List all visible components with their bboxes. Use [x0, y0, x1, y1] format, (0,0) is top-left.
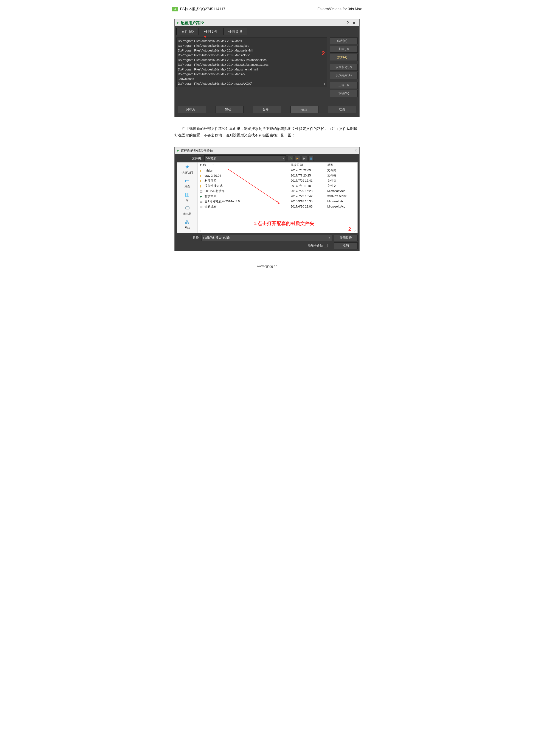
path-item[interactable]: D:\Program Files\Autodesk\3ds Max 2014\M…: [178, 39, 326, 43]
folder-icon: ▮: [200, 174, 204, 177]
close-icon[interactable]: ×: [351, 148, 357, 153]
file-row[interactable]: ▮mlabc 2017/7/4 22:09 文件夹: [198, 168, 357, 173]
use-path-button[interactable]: 使用路径: [334, 235, 358, 241]
forward-icon[interactable]: ▶: [302, 156, 307, 161]
move-down-button[interactable]: 下移(W): [330, 90, 358, 97]
up-folder-icon[interactable]: ▶: [295, 156, 300, 161]
scroll-right-icon[interactable]: >: [354, 229, 356, 232]
modify-button[interactable]: 修改(M)…: [330, 38, 358, 44]
annotation-2: 2: [321, 50, 325, 57]
path-item[interactable]: D:\Program Files\Autodesk\3ds Max 2014\M…: [178, 62, 326, 67]
file-type: 文件夹: [327, 174, 355, 177]
page-header: 4 FS技术服务QQ2745114117 Fstorm/Octane for 3…: [172, 7, 362, 13]
file-name: 材质图片: [205, 179, 216, 183]
file-row[interactable]: ▮材质图片 2017/7/29 15:41 文件夹: [198, 178, 357, 183]
network-icon: 🖧: [184, 219, 191, 226]
make-absolute-button[interactable]: 设为绝对(A): [330, 72, 358, 79]
file-list-header[interactable]: 名称˄ 修改日期 类型: [198, 162, 357, 168]
sidebar-network[interactable]: 🖧 网络: [177, 219, 197, 230]
tab-external-files[interactable]: 外部文件: [199, 28, 223, 35]
file-list: 名称˄ 修改日期 类型 ▮mlabc 2017/7/4 22:09 文件夹 ▮v…: [198, 162, 357, 233]
sub-path-label: 添加子路径: [308, 244, 323, 248]
file-row[interactable]: ▮vray 3.50.04 2017/7/7 20:25 文件夹: [198, 173, 357, 178]
file-name: vray 3.50.04: [205, 174, 221, 177]
cancel-button[interactable]: 取消: [328, 106, 356, 113]
file-name: 2017VR材质库: [205, 189, 225, 193]
make-relative-button[interactable]: 设为相对(R): [330, 64, 358, 71]
scroll-left-icon[interactable]: <: [199, 229, 201, 232]
annotation-text-1: 1.点击打开配套的材质文件夹: [254, 220, 314, 227]
path-item[interactable]: D:\Program Files\Autodesk\3ds Max 2014\m…: [178, 81, 326, 86]
sidebar-library[interactable]: ▥ 库: [177, 191, 197, 202]
path-item[interactable]: D:\Program Files\Autodesk\3ds Max 2014\M…: [178, 48, 326, 53]
path-item[interactable]: D:\Program Files\Autodesk\3ds Max 2014\M…: [178, 53, 326, 58]
file-type: Microsoft Acc: [327, 189, 355, 193]
path-item[interactable]: D:\Program Files\Autodesk\3ds Max 2014\M…: [178, 72, 326, 76]
app-arrow-icon: [177, 149, 179, 152]
hscrollbar[interactable]: < >: [199, 229, 356, 232]
delete-button[interactable]: 删除(D): [330, 46, 358, 53]
choose-external-path-dialog: 选择新的外部文件路径 × 文件夹: VR材质 ▾ ⟲ ▶ ▶ ▦: [174, 147, 360, 251]
folder-dropdown[interactable]: VR材质 ▾: [204, 155, 286, 161]
close-icon[interactable]: ×: [351, 20, 357, 25]
sidebar-label: 库: [177, 198, 197, 202]
file-date: 2017/6/30 23:06: [291, 205, 327, 209]
folder-label: 文件夹:: [189, 156, 204, 161]
file-name: 全新绒布: [205, 205, 216, 209]
back-icon[interactable]: ⟲: [288, 156, 293, 161]
dialog1-bottom-buttons: 另存为… 加载… 合并… 确定 取消: [176, 106, 358, 115]
add-button[interactable]: 添加(A)…: [330, 54, 358, 61]
path-item[interactable]: .\downloads: [178, 76, 326, 81]
file-explorer: ★ 快速访问 ▭ 桌面 ▥ 库 🖵 此电脑: [177, 162, 358, 233]
database-icon: ▤: [200, 205, 204, 208]
file-date: 2016/9/18 10:35: [291, 200, 327, 203]
sidebar-this-pc[interactable]: 🖵 此电脑: [177, 205, 197, 216]
header-right-text: Fstorm/Octane for 3ds Max: [318, 7, 362, 11]
dialog1-titlebar: 配置用户路径 ? ×: [175, 19, 359, 26]
file-row[interactable]: ▤全新绒布 2017/6/30 23:06 Microsoft Acc: [198, 204, 357, 209]
file-row[interactable]: ▮渲染快捷方式 2017/7/8 11:18 文件夹: [198, 183, 357, 189]
path-combobox[interactable]: F:\我的材质\VR材质 ▾: [201, 235, 332, 241]
path-item[interactable]: D:\Program Files\Autodesk\3ds Max 2014\M…: [178, 67, 326, 72]
page-number: 4: [172, 7, 178, 12]
path-item[interactable]: D:\Program Files\Autodesk\3ds Max 2014\M…: [178, 58, 326, 62]
scroll-right-icon[interactable]: >: [324, 82, 326, 86]
col-name[interactable]: 名称˄: [200, 163, 291, 167]
sidebar-desktop[interactable]: ▭ 桌面: [177, 177, 197, 188]
file-date: 2017/7/29 15:28: [291, 189, 327, 193]
tab-external-ref[interactable]: 外部参照: [223, 28, 247, 35]
path-item[interactable]: D:\Program Files\Autodesk\3ds Max 2014\M…: [178, 43, 326, 48]
file-row[interactable]: ▤2017VR材质库 2017/7/29 15:28 Microsoft Acc: [198, 189, 357, 194]
header-left: 4 FS技术服务QQ2745114117: [172, 7, 225, 12]
file-date: 2017/7/8 11:18: [291, 184, 327, 188]
file-row[interactable]: ▶材质场景 2017/7/29 16:42 3dsMax scene: [198, 194, 357, 199]
file-date: 2017/7/29 16:42: [291, 194, 327, 198]
ok-button[interactable]: 确定: [291, 106, 318, 113]
file-name: 材质场景: [205, 194, 216, 198]
save-as-button[interactable]: 另存为…: [178, 106, 206, 113]
file-date: 2017/7/4 22:09: [291, 169, 327, 173]
database-icon: ▤: [200, 189, 204, 193]
file-name: mlabc: [205, 169, 213, 172]
file-date: 2017/7/7 20:25: [291, 174, 327, 177]
path-list[interactable]: D:\Program Files\Autodesk\3ds Max 2014\M…: [176, 38, 327, 87]
monitor-icon: 🖵: [184, 205, 191, 212]
col-date[interactable]: 修改日期: [291, 163, 327, 167]
move-up-button[interactable]: 上移(U): [330, 82, 358, 89]
desktop-icon: ▭: [184, 177, 191, 184]
path-value: F:\我的材质\VR材质: [203, 236, 230, 240]
merge-button[interactable]: 合并…: [253, 106, 281, 113]
load-button[interactable]: 加载…: [216, 106, 243, 113]
help-icon[interactable]: ?: [344, 20, 351, 25]
configure-user-paths-dialog: 配置用户路径 ? × 文件 I/O 外部文件 外部参照 1 D:\Program…: [174, 19, 360, 117]
col-type[interactable]: 类型: [327, 163, 355, 167]
sidebar-quick-access[interactable]: ★ 快速访问: [177, 164, 197, 175]
scroll-left-icon[interactable]: <: [178, 82, 180, 86]
tab-bar: 文件 I/O 外部文件 外部参照: [176, 28, 358, 35]
cancel-button[interactable]: 取消: [334, 242, 358, 249]
file-date: 2017/7/29 15:41: [291, 179, 327, 183]
file-row[interactable]: ▤更1马良材质库-2014-vr3.0 2016/9/18 10:35 Micr…: [198, 199, 357, 204]
tab-file-io[interactable]: 文件 I/O: [176, 28, 199, 35]
view-menu-icon[interactable]: ▦: [309, 156, 314, 161]
add-subpath-checkbox[interactable]: [324, 244, 327, 247]
